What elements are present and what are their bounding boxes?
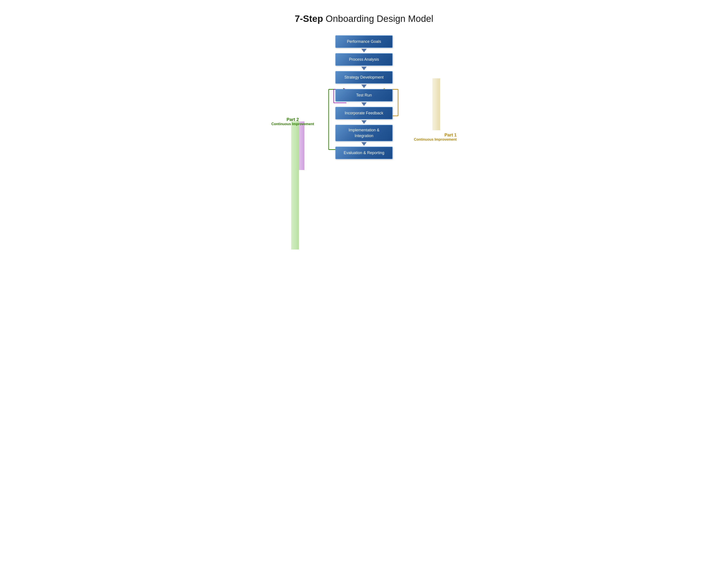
title-regular: Onboarding Design Model	[323, 13, 433, 24]
page-title: 7-Step Onboarding Design Model	[269, 13, 459, 24]
part2-label: Part 2 Continuous Improvement	[271, 117, 314, 126]
step-implementation-integration: Implementation &Integration	[335, 125, 393, 141]
step-process-analysis: Process Analysis	[335, 53, 393, 66]
arrow-1-2	[361, 49, 367, 52]
step-evaluation-reporting: Evaluation & Reporting	[335, 147, 393, 159]
steps-column: Performance Goals Process Analysis Strat…	[333, 35, 395, 159]
step-test-run: Test Run	[335, 89, 393, 102]
loop-bg-left	[291, 121, 299, 249]
loop-bg-right	[432, 78, 440, 130]
arrow-5-6	[361, 120, 367, 124]
step-performance-goals: Performance Goals	[335, 35, 393, 48]
arrow-2-3	[361, 67, 367, 70]
arrow-6-7	[361, 142, 367, 146]
step-strategy-development: Strategy Development	[335, 71, 393, 84]
part1-label: Part 1 Continuous Improvement	[414, 132, 457, 141]
step-incorporate-feedback: Incorporate Feedback	[335, 107, 393, 119]
arrow-3-4	[361, 85, 367, 88]
diagram-area: Performance Goals Process Analysis Strat…	[269, 35, 459, 159]
title-bold: 7-Step	[295, 13, 323, 24]
arrow-4-5	[361, 102, 367, 106]
loop-bg-purple	[299, 121, 304, 170]
page-container: 7-Step Onboarding Design Model Performan…	[265, 4, 463, 172]
